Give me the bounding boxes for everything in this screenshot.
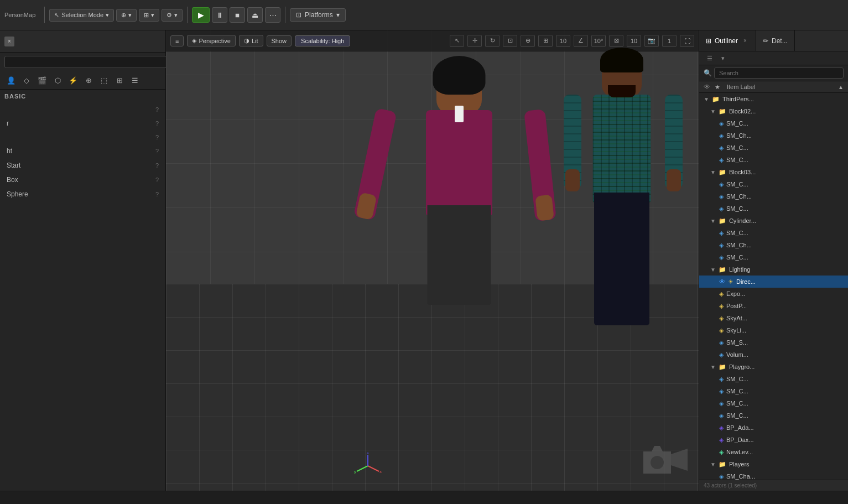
tree-item-pg3[interactable]: ◈ SM_C...: [699, 397, 848, 409]
tree-item-skyat[interactable]: ◈ SkyAt...: [699, 312, 848, 324]
tree-item-block02[interactable]: ▼ 📁 Block02...: [699, 105, 848, 117]
outliner-expand-btn[interactable]: ▾: [717, 53, 729, 64]
list-item-5[interactable]: Box ?: [0, 173, 165, 187]
tree-item-block03[interactable]: ▼ 📁 Block03...: [699, 166, 848, 178]
list-item-1[interactable]: r ?: [0, 116, 165, 131]
list-item-0[interactable]: ?: [0, 103, 165, 116]
volumes-icon-btn[interactable]: ⬡: [51, 74, 64, 87]
tree-item-newlev[interactable]: ◈ NewLev...: [699, 446, 848, 458]
tree-item-sm2[interactable]: ◈ SM_Ch...: [699, 129, 848, 142]
help-icon-3[interactable]: ?: [155, 148, 159, 154]
world-space-btn[interactable]: ⊕: [521, 35, 535, 47]
selection-mode-button[interactable]: ↖ Selection Mode ▾: [49, 9, 114, 22]
tree-item-directional[interactable]: 👁 ☀ Direc...: [699, 276, 848, 288]
list-item-4[interactable]: Start ?: [0, 158, 165, 173]
tree-item-players[interactable]: ▼ 📁 Players: [699, 458, 848, 470]
surface-snap-btn[interactable]: ⊞: [538, 35, 553, 47]
tree-item-sm1[interactable]: ◈ SM_C...: [699, 117, 848, 129]
tree-item-sm8[interactable]: ◈ SM_C...: [699, 227, 848, 239]
close-panel-button[interactable]: ×: [4, 37, 14, 46]
translate-btn[interactable]: ✛: [467, 35, 482, 47]
outliner-tree[interactable]: ▼ 📁 ThirdPers... ▼ 📁 Block02... ◈ SM_C..…: [699, 93, 848, 480]
help-icon-0[interactable]: ?: [155, 106, 159, 113]
tree-item-postp[interactable]: ◈ PostP...: [699, 300, 848, 312]
separator-3: [285, 7, 285, 23]
maximize-btn[interactable]: ⛶: [680, 35, 694, 47]
pause-button[interactable]: ⏸: [212, 7, 227, 23]
list-item-3[interactable]: ht ?: [0, 144, 165, 158]
add-actor-button[interactable]: ⊕ ▾: [116, 9, 137, 22]
physics-icon-btn[interactable]: ⚡: [66, 74, 80, 87]
tree-item-sms[interactable]: ◈ SM_S...: [699, 336, 848, 349]
plus-icon: ⊕: [121, 12, 126, 19]
tab-outliner[interactable]: ⊞ Outliner ×: [699, 30, 756, 51]
tree-item-sm6[interactable]: ◈ SM_Ch...: [699, 190, 848, 202]
settings-button[interactable]: ⚙ ▾: [162, 9, 183, 22]
scale-value-btn[interactable]: 10: [627, 35, 641, 47]
camera-value-btn[interactable]: 1: [662, 35, 677, 47]
tree-item-sm4[interactable]: ◈ SM_C...: [699, 154, 848, 166]
tree-label-sm5: SM_C...: [726, 181, 748, 188]
tree-item-pg4[interactable]: ◈ SM_C...: [699, 409, 848, 422]
tree-item-sm5[interactable]: ◈ SM_C...: [699, 178, 848, 190]
rotation-snap-btn[interactable]: ∠: [574, 35, 588, 47]
tree-item-bp-dax[interactable]: ◈ BP_Dax...: [699, 434, 848, 446]
platforms-button[interactable]: ⊡ Platforms ▾: [290, 8, 346, 22]
outliner-search-input[interactable]: [714, 67, 844, 79]
viewport-menu-button[interactable]: ≡: [170, 35, 184, 46]
tree-item-sm10[interactable]: ◈ SM_C...: [699, 251, 848, 263]
rotation-value-btn[interactable]: 10°: [591, 35, 606, 47]
tree-item-sm7[interactable]: ◈ SM_C...: [699, 202, 848, 215]
tree-item-volum[interactable]: ◈ Volum...: [699, 349, 848, 361]
lit-button[interactable]: ◑ Lit: [239, 35, 263, 46]
tree-item-expo[interactable]: ◈ Expo...: [699, 288, 848, 300]
rotate-btn[interactable]: ↻: [485, 35, 500, 47]
more-options-button[interactable]: ⋯: [265, 7, 280, 23]
help-icon-2[interactable]: ?: [155, 134, 159, 141]
outliner-toolbar: ☰ ▾: [699, 51, 848, 65]
viewport[interactable]: x y z ≡ ◈ Perspective ◑ Lit Show: [166, 30, 699, 491]
tree-item-skyli[interactable]: ◈ SkyLi...: [699, 324, 848, 336]
play-button[interactable]: ▶: [192, 7, 210, 23]
merge-icon-btn[interactable]: ⊞: [113, 74, 126, 87]
camera-speed-btn[interactable]: 📷: [644, 35, 659, 47]
tree-item-cylinder[interactable]: ▼ 📁 Cylinder...: [699, 215, 848, 227]
outliner-tab-close[interactable]: ×: [741, 37, 749, 45]
tree-item-sm9[interactable]: ◈ SM_Ch...: [699, 239, 848, 251]
actor-icon-btn[interactable]: 👤: [4, 74, 18, 87]
tree-label-postp: PostP...: [726, 303, 747, 309]
shapes-icon-btn[interactable]: ◇: [20, 74, 33, 87]
list-item-2[interactable]: ?: [0, 131, 165, 144]
tree-item-playground[interactable]: ▼ 📁 Playgro...: [699, 361, 848, 373]
character-secondary: [555, 42, 688, 330]
layers-icon-btn[interactable]: ☰: [128, 74, 142, 87]
show-button[interactable]: Show: [267, 35, 292, 46]
outliner-filter-btn[interactable]: ☰: [704, 53, 716, 64]
copy-icon-btn[interactable]: ⬚: [97, 74, 111, 87]
tab-details[interactable]: ✏ Det...: [756, 30, 795, 51]
help-icon-6[interactable]: ?: [155, 191, 159, 198]
path-icon-btn[interactable]: ⊕: [82, 74, 95, 87]
tree-item-sm3[interactable]: ◈ SM_C...: [699, 142, 848, 154]
tree-item-pg2[interactable]: ◈ SM_C...: [699, 385, 848, 397]
stop-button[interactable]: ■: [230, 7, 245, 23]
scale-btn[interactable]: ⊡: [503, 35, 517, 47]
cinematic-icon-btn[interactable]: 🎬: [35, 74, 49, 87]
mode-button[interactable]: ⊞ ▾: [139, 9, 159, 22]
tree-item-pg1[interactable]: ◈ SM_C...: [699, 373, 848, 385]
left-panel-search[interactable]: [4, 56, 170, 68]
grid-snap-value-btn[interactable]: 10: [556, 35, 570, 47]
tree-label-block02: Block02...: [729, 108, 756, 115]
scale-snap-btn[interactable]: ⊠: [609, 35, 623, 47]
tree-item-bp-ada[interactable]: ◈ BP_Ada...: [699, 422, 848, 434]
list-item-6[interactable]: Sphere ?: [0, 187, 165, 201]
tree-item-lighting[interactable]: ▼ 📁 Lighting: [699, 263, 848, 276]
help-icon-4[interactable]: ?: [155, 162, 159, 169]
tree-item-smcha[interactable]: ◈ SM_Cha...: [699, 470, 848, 480]
tree-item-thirdperson[interactable]: ▼ 📁 ThirdPers...: [699, 93, 848, 105]
eject-button[interactable]: ⏏: [247, 7, 263, 23]
help-icon-5[interactable]: ?: [155, 176, 159, 183]
perspective-button[interactable]: ◈ Perspective: [187, 35, 235, 46]
help-icon-1[interactable]: ?: [155, 120, 159, 127]
select-mode-btn[interactable]: ↖: [450, 35, 464, 47]
